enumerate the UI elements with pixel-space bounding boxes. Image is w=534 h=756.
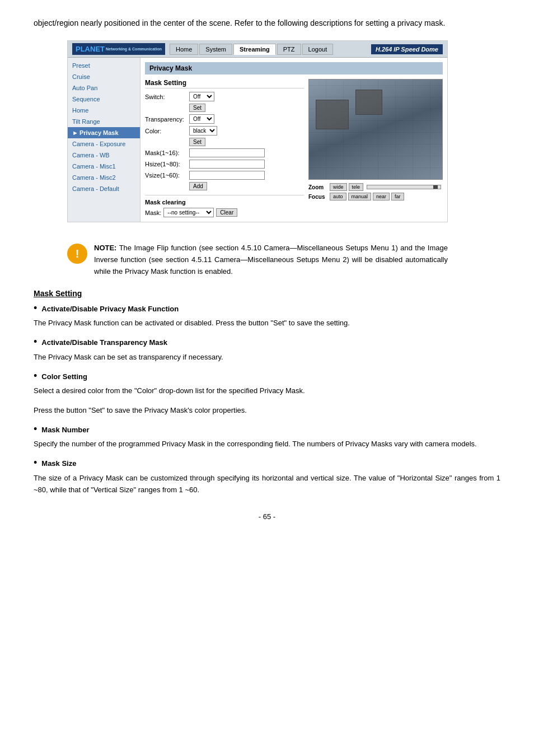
- bullet-dot-4: •: [34, 423, 37, 436]
- header-bar: PLANET Networking & Communication Home S…: [68, 41, 447, 58]
- bullet-label-4: Mask Number: [41, 424, 89, 436]
- vsize-label: Vsize(1~60):: [145, 172, 187, 179]
- hsize-label: Hsize(1~80):: [145, 161, 187, 167]
- brand-label: H.264 IP Speed Dome: [371, 44, 443, 54]
- mask-num-label: Mask(1~16):: [145, 150, 187, 156]
- switch-set-button[interactable]: Set: [189, 104, 205, 112]
- bullet-dot-2: •: [34, 336, 37, 348]
- bullet-item-5: • Mask Size: [34, 458, 500, 469]
- camera-controls: Zoom wide tele Focus auto manual near: [308, 183, 443, 200]
- note-text: NOTE: The Image Flip function (see secti…: [94, 242, 448, 277]
- hsize-input[interactable]: [189, 160, 265, 169]
- logo: PLANET Networking & Communication: [72, 43, 165, 55]
- sidebar-item-cammisc1[interactable]: Camera - Misc1: [68, 161, 140, 172]
- zoom-slider-thumb: [433, 185, 438, 189]
- zoom-row: Zoom wide tele: [308, 183, 443, 191]
- nav-bar: Home System Streaming PTZ Logout: [170, 44, 367, 55]
- sidebar-item-cammisc2[interactable]: Camera - Misc2: [68, 172, 140, 183]
- near-button[interactable]: near: [373, 193, 390, 200]
- bullet-item-4: • Mask Number: [34, 424, 500, 436]
- sidebar-item-cruise[interactable]: Cruise: [68, 71, 140, 82]
- ui-screenshot: PLANET Networking & Communication Home S…: [67, 40, 448, 222]
- focus-row: Focus auto manual near far: [308, 193, 443, 200]
- zoom-slider[interactable]: [367, 185, 441, 189]
- camera-area: Zoom wide tele Focus auto manual near: [308, 79, 443, 217]
- right-panel: Privacy Mask Mask Setting Switch: Off Se…: [140, 58, 447, 222]
- bullet-label-2: Activate/Disable Transparency Mask: [41, 337, 167, 348]
- transparency-label: Transparency:: [145, 116, 187, 123]
- bullet-dot-5: •: [34, 457, 37, 469]
- sidebar-item-tiltrange[interactable]: Tilt Range: [68, 116, 140, 127]
- bullet-label-3: Color Setting: [41, 371, 87, 382]
- auto-button[interactable]: auto: [330, 193, 346, 200]
- vsize-input[interactable]: [189, 171, 265, 180]
- note-box: ! NOTE: The Image Flip function (see sec…: [67, 242, 448, 277]
- intro-paragraph: object/region nearly positioned in the c…: [34, 17, 500, 29]
- note-bold: NOTE:: [94, 244, 116, 252]
- bullet-label-1: Activate/Disable Privacy Mask Function: [41, 304, 179, 315]
- transparency-row: Transparency: Off: [145, 114, 304, 124]
- manual-button[interactable]: manual: [348, 193, 372, 200]
- mask-overlay-1: [316, 100, 349, 129]
- mask-setting-heading: Mask Setting: [34, 289, 500, 298]
- bullet-para-5: The size of a Privacy Mask can be custom…: [34, 473, 500, 496]
- nav-home[interactable]: Home: [170, 44, 198, 55]
- clear-button[interactable]: Clear: [216, 208, 237, 217]
- nav-system[interactable]: System: [199, 44, 232, 55]
- mask-clearing-select[interactable]: --no setting--: [163, 208, 214, 217]
- switch-select[interactable]: Off: [189, 92, 214, 101]
- sidebar-item-home[interactable]: Home: [68, 105, 140, 116]
- camera-preview: [308, 79, 443, 180]
- bullet-item-3: • Color Setting: [34, 371, 500, 382]
- add-row: Add: [145, 182, 304, 190]
- color-select[interactable]: black: [189, 126, 217, 136]
- sidebar-item-camdefault[interactable]: Camera - Default: [68, 183, 140, 194]
- nav-ptz[interactable]: PTZ: [277, 44, 301, 55]
- bullet-label-5: Mask Size: [41, 458, 76, 469]
- bullet-para-2: The Privacy Mask can be set as transpare…: [34, 352, 500, 363]
- switch-label: Switch:: [145, 94, 187, 100]
- far-button[interactable]: far: [391, 193, 404, 200]
- sidebar-item-autopan[interactable]: Auto Pan: [68, 82, 140, 94]
- sidebar-item-camwb[interactable]: Camera - WB: [68, 150, 140, 161]
- sidebar-item-preset[interactable]: Preset: [68, 60, 140, 71]
- tele-button[interactable]: tele: [349, 183, 364, 191]
- mask-overlay-2: [355, 90, 382, 115]
- logo-sub: Networking & Communication: [106, 47, 162, 51]
- sidebar-item-sequence[interactable]: Sequence: [68, 94, 140, 105]
- mask-setting-title: Mask Setting: [145, 79, 304, 88]
- sidebar-item-privacymask[interactable]: ► Privacy Mask: [68, 127, 140, 138]
- page-title: Privacy Mask: [145, 62, 443, 74]
- mask-num-row: Mask(1~16):: [145, 148, 304, 157]
- add-button[interactable]: Add: [189, 182, 207, 190]
- zoom-label: Zoom: [308, 184, 328, 190]
- mask-clearing-section: Mask clearing Mask: --no setting-- Clear: [145, 195, 304, 217]
- ui-body: Preset Cruise Auto Pan Sequence Home Til…: [68, 58, 447, 222]
- wide-button[interactable]: wide: [330, 183, 347, 191]
- arrow-icon: ►: [72, 129, 78, 136]
- bullet-item-1: • Activate/Disable Privacy Mask Function: [34, 304, 500, 315]
- color-set-row: Set: [145, 138, 304, 146]
- switch-set-row: Set: [145, 104, 304, 112]
- mask-clearing-row: Mask: --no setting-- Clear: [145, 208, 304, 217]
- page-number: - 65 -: [34, 512, 500, 521]
- bullet-para-4: Specify the number of the programmed Pri…: [34, 438, 500, 450]
- nav-logout[interactable]: Logout: [302, 44, 334, 55]
- bullet-dot-3: •: [34, 370, 37, 382]
- bullet-para-1: The Privacy Mask function can be activat…: [34, 318, 500, 329]
- color-set-button[interactable]: Set: [189, 138, 205, 146]
- transparency-select[interactable]: Off: [189, 114, 214, 124]
- sidebar: Preset Cruise Auto Pan Sequence Home Til…: [68, 58, 140, 222]
- main-content: Mask Setting Switch: Off Set Transparenc…: [145, 79, 443, 217]
- hsize-row: Hsize(1~80):: [145, 160, 304, 169]
- mask-num-input[interactable]: [189, 148, 265, 157]
- bullet-item-2: • Activate/Disable Transparency Mask: [34, 337, 500, 348]
- focus-label: Focus: [308, 194, 328, 200]
- note-body: The Image Flip function (see section 4.5…: [94, 244, 448, 276]
- extra-para: Press the button "Set" to save the Priva…: [34, 405, 500, 417]
- sidebar-item-camexposure[interactable]: Camera - Exposure: [68, 138, 140, 150]
- bullet-para-3: Select a desired color from the "Color" …: [34, 385, 500, 397]
- form-area: Mask Setting Switch: Off Set Transparenc…: [145, 79, 304, 217]
- nav-streaming[interactable]: Streaming: [233, 44, 276, 55]
- vsize-row: Vsize(1~60):: [145, 171, 304, 180]
